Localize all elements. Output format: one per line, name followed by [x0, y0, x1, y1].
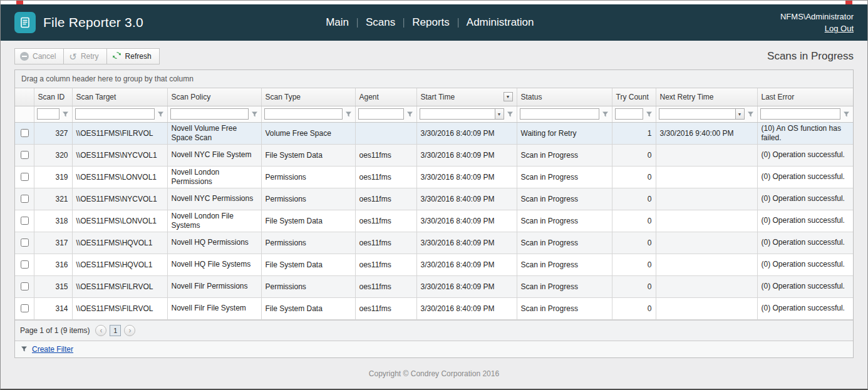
table-row[interactable]: 317 \\OES11FMS\HQVOL1 Novell HQ Permissi…: [15, 232, 853, 254]
nav-reports[interactable]: Reports: [412, 16, 450, 29]
filter-next-retry-dropdown-icon[interactable]: ▼: [735, 108, 745, 120]
scan-id-cell: 316: [34, 254, 72, 275]
filter-scan-type-input[interactable]: [264, 108, 343, 120]
nav-administration[interactable]: Administration: [467, 16, 534, 29]
filter-agent-input[interactable]: [358, 108, 404, 120]
row-select-cell: [15, 297, 34, 319]
status-cell: Scan in Progress: [517, 232, 612, 254]
filter-cell-scan-policy: [167, 106, 261, 122]
row-checkbox[interactable]: [21, 129, 29, 137]
row-checkbox[interactable]: [21, 282, 29, 290]
filter-scan-policy-input[interactable]: [170, 108, 249, 120]
column-header-scan-target[interactable]: Scan Target: [72, 88, 167, 106]
scan-id-cell: 317: [34, 232, 72, 254]
table-row[interactable]: 321 \\OES11FMS\NYCVOL1 Novell NYC Permis…: [15, 188, 853, 210]
table-row[interactable]: 315 \\OES11FMS\FILRVOL Novell Filr Permi…: [15, 275, 853, 297]
next-page-button[interactable]: ›: [124, 325, 135, 336]
status-cell: Scan in Progress: [517, 297, 612, 319]
row-checkbox[interactable]: [21, 195, 29, 203]
filter-funnel-icon[interactable]: [506, 110, 514, 118]
start-time-cell: 3/30/2016 8:40:09 PM: [416, 254, 517, 275]
row-checkbox[interactable]: [21, 151, 29, 159]
user-area: NFMS\Administrator Log Out: [780, 11, 854, 35]
last-error-cell: (0) Operation successful.: [757, 232, 853, 254]
column-header-agent[interactable]: Agent: [355, 88, 416, 106]
scan-policy-cell: Novell HQ File Systems: [167, 254, 261, 275]
scan-id-cell: 321: [34, 188, 72, 210]
try-count-cell: 0: [612, 166, 656, 188]
main-nav: Main Scans Reports Administration: [326, 16, 534, 29]
filter-funnel-icon[interactable]: [842, 110, 850, 118]
table-row[interactable]: 320 \\OES11FMS\NYCVOL1 Novell NYC File S…: [15, 144, 853, 166]
filter-next-retry-input[interactable]: [659, 108, 735, 120]
scan-policy-cell: Novell Filr Permissions: [167, 275, 261, 297]
filter-start-time-dropdown-icon[interactable]: ▼: [495, 108, 504, 120]
last-error-cell: (0) Operation successful.: [757, 144, 853, 166]
filter-cell-agent: [355, 106, 416, 122]
filter-start-time-input[interactable]: [420, 108, 495, 120]
filter-funnel-icon[interactable]: [344, 110, 353, 118]
table-row[interactable]: 327 \\OES11FMS\FILRVOL Novell Volume Fre…: [15, 122, 853, 144]
row-checkbox[interactable]: [21, 173, 29, 181]
scan-type-cell: File System Data: [261, 210, 355, 232]
table-row[interactable]: 316 \\OES11FMS\HQVOL1 Novell HQ File Sys…: [15, 254, 853, 275]
row-checkbox[interactable]: [21, 239, 29, 247]
filter-funnel-icon[interactable]: [601, 110, 609, 118]
scan-policy-cell: Novell Filr File System: [167, 297, 261, 319]
refresh-button[interactable]: Refresh: [106, 48, 160, 64]
filter-cell-scan-target: [72, 106, 167, 122]
filter-funnel-icon[interactable]: [61, 110, 70, 118]
row-checkbox[interactable]: [21, 260, 29, 269]
filter-builder-bar: Create Filter: [15, 341, 853, 357]
scan-type-cell: File System Data: [261, 254, 355, 275]
nav-scans[interactable]: Scans: [366, 16, 395, 29]
column-header-next-retry-time[interactable]: Next Retry Time: [656, 88, 757, 106]
next-retry-time-cell: [656, 188, 757, 210]
start-time-cell: 3/30/2016 8:40:09 PM: [416, 188, 517, 210]
try-count-cell: 0: [612, 297, 656, 319]
nav-main[interactable]: Main: [326, 16, 349, 29]
scan-table-body: 327 \\OES11FMS\FILRVOL Novell Volume Fre…: [15, 122, 853, 319]
filter-status-input[interactable]: [520, 108, 599, 120]
filter-scan-id-input[interactable]: [37, 108, 59, 120]
last-error-cell: (0) Operation successful.: [757, 275, 853, 297]
filter-last-error-input[interactable]: [760, 108, 841, 120]
logout-link[interactable]: Log Out: [825, 24, 854, 33]
page-content: Cancel ↺ Retry Refresh: [1, 41, 867, 387]
scan-id-cell: 315: [34, 275, 72, 297]
filter-funnel-icon[interactable]: [157, 110, 165, 118]
column-header-scan-policy[interactable]: Scan Policy: [167, 88, 261, 106]
retry-button[interactable]: ↺ Retry: [63, 48, 106, 64]
filter-funnel-icon[interactable]: [645, 110, 653, 118]
pager-summary: Page 1 of 1 (9 items): [20, 326, 90, 335]
table-row[interactable]: 318 \\OES11FMS\LONVOL1 Novell London Fil…: [15, 210, 853, 232]
start-time-filter-dropdown-icon[interactable]: ▼: [504, 92, 513, 101]
column-header-scan-id[interactable]: Scan ID: [34, 88, 72, 106]
filter-row: ▼ ▼: [15, 106, 853, 122]
column-header-start-time[interactable]: Start Time ▼: [416, 88, 517, 106]
page-number-button[interactable]: 1: [110, 325, 121, 336]
column-header-last-error[interactable]: Last Error: [757, 88, 853, 106]
filter-funnel-icon[interactable]: [251, 110, 259, 118]
group-by-drop-zone[interactable]: Drag a column header here to group by th…: [15, 70, 853, 88]
last-error-cell: (0) Operation successful.: [757, 254, 853, 275]
previous-page-button[interactable]: ‹: [95, 325, 106, 336]
filter-funnel-icon[interactable]: [747, 110, 755, 118]
column-header-scan-type[interactable]: Scan Type: [261, 88, 355, 106]
row-checkbox[interactable]: [21, 304, 29, 312]
filter-try-count-input[interactable]: [615, 108, 643, 120]
cancel-button[interactable]: Cancel: [14, 48, 64, 64]
scan-id-cell: 319: [34, 166, 72, 188]
column-header-try-count[interactable]: Try Count: [612, 88, 656, 106]
table-row[interactable]: 314 \\OES11FMS\FILRVOL Novell Filr File …: [15, 297, 853, 319]
filter-funnel-icon[interactable]: [406, 110, 414, 118]
table-row[interactable]: 319 \\OES11FMS\LONVOL1 Novell London Per…: [15, 166, 853, 188]
app-header: File Reporter 3.0 Main Scans Reports Adm…: [1, 4, 867, 41]
create-filter-link[interactable]: Create Filter: [32, 345, 73, 354]
row-select-cell: [15, 166, 34, 188]
filter-scan-target-input[interactable]: [75, 108, 155, 120]
agent-cell: oes11fms: [355, 254, 416, 275]
row-checkbox[interactable]: [21, 217, 29, 225]
column-header-status[interactable]: Status: [517, 88, 612, 106]
brand: File Reporter 3.0: [14, 12, 143, 33]
